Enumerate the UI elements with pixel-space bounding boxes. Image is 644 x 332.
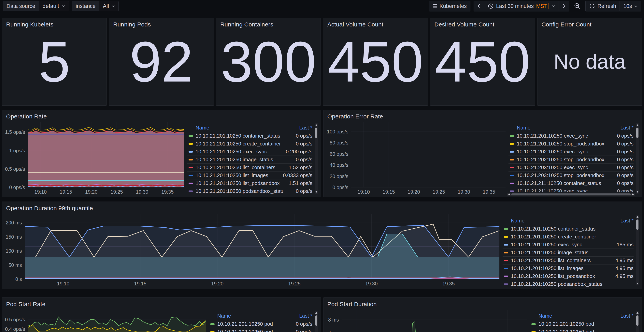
scrollbar-thumb[interactable] bbox=[315, 128, 317, 138]
legend-last-header[interactable]: Last * bbox=[283, 125, 312, 131]
legend-name-header[interactable]: Name bbox=[196, 125, 283, 131]
svg-text:19:35: 19:35 bbox=[442, 281, 455, 286]
panel-title[interactable]: Pod Start Rate bbox=[2, 298, 321, 307]
legend-row[interactable]: 10.10.21.201:10250 pod bbox=[530, 320, 634, 328]
panel-title[interactable]: Operation Rate bbox=[2, 110, 321, 120]
dashboard-menu-button[interactable]: Kubernetes bbox=[429, 1, 470, 12]
svg-text:200 ms: 200 ms bbox=[6, 220, 22, 225]
variable-data-source-dropdown[interactable]: default bbox=[39, 1, 69, 11]
legend-row[interactable]: 10.10.21.201:10250 container_status bbox=[502, 225, 634, 233]
legend-row[interactable]: 10.10.21.202:10250 pod bbox=[530, 328, 634, 332]
legend-last-header[interactable]: Last * bbox=[604, 125, 634, 131]
scroll-up-icon[interactable] bbox=[636, 312, 639, 314]
panel-title[interactable]: Operation Error Rate bbox=[324, 110, 642, 120]
series-color-swatch bbox=[531, 323, 536, 325]
legend-row[interactable]: 10.10.21.201:10250 create_container 0 op… bbox=[188, 140, 312, 148]
legend-last-header[interactable]: Last * bbox=[604, 218, 634, 224]
legend-horizontal-scrollbar[interactable] bbox=[507, 193, 635, 196]
legend-row[interactable]: 10.10.21.202:10250 exec_sync 0 ops/s bbox=[508, 148, 634, 156]
legend-row[interactable]: 10.10.21.203:10250 stop_podsandbox 0 ops… bbox=[508, 172, 634, 179]
scrollbar-thumb[interactable] bbox=[636, 128, 638, 138]
legend-header: Name Last * bbox=[502, 217, 634, 225]
series-color-swatch bbox=[510, 190, 514, 192]
legend-row[interactable]: 10.10.21.202:10250 stop_podsandbox 0 ops… bbox=[508, 156, 634, 164]
scroll-down-icon[interactable] bbox=[636, 191, 639, 193]
panel-operation-rate: Operation Rate 19:1019:1519:2019:2519:30… bbox=[2, 110, 321, 197]
legend-header: Name Last * bbox=[188, 124, 312, 132]
legend-vertical-scrollbar[interactable] bbox=[314, 311, 318, 332]
series-color-swatch bbox=[504, 228, 508, 230]
scroll-down-icon[interactable] bbox=[636, 283, 639, 284]
time-range-forward-button[interactable] bbox=[558, 1, 569, 12]
pod-start-rate-chart[interactable]: 0.5 ops/s0.4 ops/s bbox=[4, 308, 208, 332]
series-name: 10.10.21.201:10250 create_container bbox=[196, 141, 283, 147]
panel-pod-start-duration: Pod Start Duration 8 ms7 ms Name Last * … bbox=[323, 297, 642, 332]
scroll-down-icon[interactable] bbox=[315, 191, 318, 193]
legend-name-header[interactable]: Name bbox=[217, 313, 283, 319]
operation-error-rate-chart[interactable]: 19:1019:1519:2019:2519:3019:350 ops/s20 … bbox=[326, 120, 508, 195]
legend-vertical-scrollbar[interactable] bbox=[314, 123, 318, 194]
legend-last-header[interactable]: Last * bbox=[604, 313, 634, 319]
series-name: 10.10.21.201:10250 container_status bbox=[196, 133, 283, 139]
legend-name-header[interactable]: Name bbox=[538, 313, 604, 319]
legend-row[interactable]: 10.10.21.201:10250 podsandbox_status 0 o… bbox=[188, 187, 312, 195]
time-zoom-out-button[interactable] bbox=[572, 1, 582, 12]
scrollbar-thumb[interactable] bbox=[636, 315, 638, 326]
legend-row[interactable]: 10.10.21.201:10250 list_containers 4.95 … bbox=[502, 257, 634, 264]
operation-duration-chart[interactable]: 19:1019:1519:2019:2519:3019:350 s50 ms10… bbox=[4, 212, 502, 287]
svg-text:7 ms: 7 ms bbox=[328, 330, 339, 332]
legend-last-header[interactable]: Last * bbox=[283, 313, 312, 319]
legend-name-header[interactable]: Name bbox=[517, 125, 604, 131]
variable-instance-dropdown[interactable]: All bbox=[99, 1, 118, 11]
svg-text:1 ops/s: 1 ops/s bbox=[9, 148, 25, 153]
scrollbar-thumb[interactable] bbox=[315, 315, 317, 326]
legend-row[interactable]: 10.10.21.201:10250 pod 0 ops/s bbox=[209, 320, 312, 328]
legend-row[interactable]: 10.10.21.201:10250 container_status 0 op… bbox=[188, 132, 312, 140]
legend-row[interactable]: 10.10.21.201:10250 exec_sync 0 ops/s bbox=[508, 132, 634, 140]
series-last-value: 0 ops/s bbox=[604, 180, 634, 186]
panel-config-error-count: Config Error Count No data bbox=[537, 18, 642, 106]
legend-row[interactable]: 10.10.21.201:10250 create_container bbox=[502, 233, 634, 241]
time-range-back-button[interactable] bbox=[474, 1, 484, 12]
legend-row[interactable]: 10.10.21.201:10250 list_images 4.95 ms bbox=[502, 264, 634, 272]
legend-row[interactable]: 10.10.21.201:10250 podsandbox_status bbox=[502, 280, 634, 288]
panel-title[interactable]: Pod Start Duration bbox=[324, 298, 642, 307]
legend-row[interactable]: 10.10.21.201:10250 exec_sync 185 ms bbox=[502, 241, 634, 249]
refresh-label: Refresh bbox=[598, 3, 616, 9]
operation-rate-chart[interactable]: 19:1019:1519:2019:2519:3019:350 ops/s0.5… bbox=[4, 120, 186, 195]
legend-row[interactable]: 10.10.21.201:10250 list_podsandbox 1.51 … bbox=[188, 179, 312, 187]
pod-start-duration-chart[interactable]: 8 ms7 ms bbox=[326, 308, 529, 332]
legend-row[interactable]: 10.10.21.201:10250 image_status bbox=[502, 249, 634, 257]
scroll-up-icon[interactable] bbox=[636, 216, 639, 218]
legend-row[interactable]: 10.10.21.201:10250 exec_sync 0.200 ops/s bbox=[188, 148, 312, 156]
refresh-interval-dropdown[interactable]: 10s bbox=[620, 1, 641, 12]
variable-instance-value: All bbox=[103, 3, 109, 9]
panel-title[interactable]: Operation Duration 99th quantile bbox=[2, 202, 642, 212]
legend-vertical-scrollbar[interactable] bbox=[636, 123, 639, 194]
legend-name-header[interactable]: Name bbox=[511, 218, 604, 224]
legend-row[interactable]: 10.10.21.203:10250 exec_sync 0 ops/s bbox=[508, 164, 634, 172]
legend-row[interactable]: 10.10.21.211:10250 container_status 0 op… bbox=[508, 179, 634, 187]
legend-vertical-scrollbar[interactable] bbox=[636, 215, 639, 285]
legend-row[interactable]: 10.10.21.201:10250 list_containers 1.52 … bbox=[188, 164, 312, 172]
legend-row[interactable]: 10.10.21.201:10250 list_images 0.0333 op… bbox=[188, 172, 312, 179]
series-color-swatch bbox=[210, 323, 214, 325]
series-name: 10.10.21.201:10250 podsandbox_status bbox=[196, 188, 283, 194]
scroll-up-icon[interactable] bbox=[315, 312, 318, 314]
legend-row[interactable]: 10.10.21.201:10250 stop_podsandbox 0 ops… bbox=[508, 140, 634, 148]
legend-row[interactable]: 10.10.21.211:10250 exec_sync 0 ops/s bbox=[508, 187, 634, 192]
scroll-up-icon[interactable] bbox=[315, 124, 318, 126]
refresh-icon bbox=[589, 3, 595, 9]
scroll-left-icon[interactable] bbox=[508, 193, 510, 196]
legend-row[interactable]: 10.10.21.201:10250 list_podsandbox 4.95 … bbox=[502, 272, 634, 280]
legend-row[interactable]: 10.10.21.202:10250 pod 0 ops/s bbox=[209, 328, 312, 332]
scroll-up-icon[interactable] bbox=[636, 124, 639, 126]
refresh-button[interactable]: Refresh bbox=[586, 1, 620, 12]
legend-row[interactable]: 10.10.21.201:10250 image_status 0 ops/s bbox=[188, 156, 312, 164]
panel-operation-duration: Operation Duration 99th quantile 19:1019… bbox=[2, 202, 642, 289]
scroll-right-icon[interactable] bbox=[632, 193, 634, 196]
time-range-picker[interactable]: Last 30 minutes MST bbox=[484, 1, 558, 12]
scrollbar-thumb[interactable] bbox=[511, 193, 631, 195]
scrollbar-thumb[interactable] bbox=[636, 219, 638, 230]
legend-vertical-scrollbar[interactable] bbox=[636, 311, 639, 332]
